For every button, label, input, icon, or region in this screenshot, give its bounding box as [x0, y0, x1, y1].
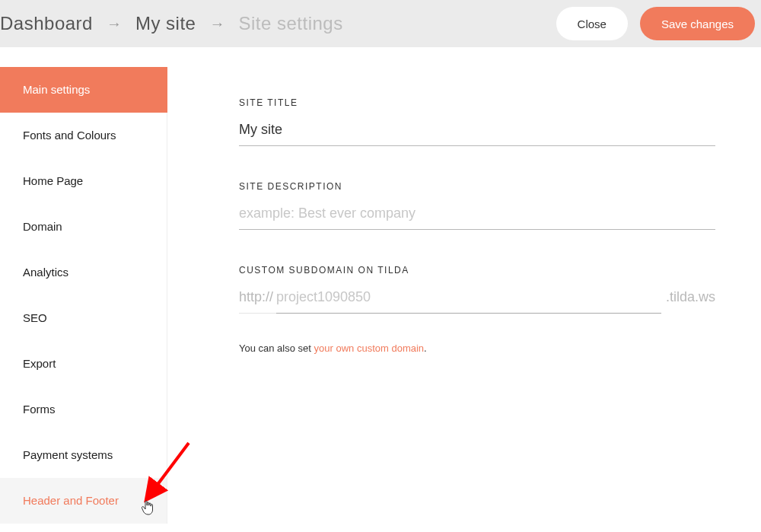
- sidebar-item-label: Export: [23, 357, 56, 370]
- save-changes-button[interactable]: Save changes: [640, 7, 755, 40]
- subdomain-input[interactable]: [276, 286, 661, 314]
- sidebar-item-seo[interactable]: SEO: [0, 295, 167, 341]
- sidebar-item-label: Header and Footer: [23, 494, 119, 507]
- top-bar: Dashboard → My site → Site settings Clos…: [0, 0, 761, 47]
- sidebar-item-main-settings[interactable]: Main settings: [0, 67, 167, 113]
- settings-content: SITE TITLE SITE DESCRIPTION CUSTOM SUBDO…: [167, 67, 761, 532]
- close-button[interactable]: Close: [556, 7, 628, 40]
- sidebar-item-forms[interactable]: Forms: [0, 387, 167, 432]
- sidebar-item-payment-systems[interactable]: Payment systems: [0, 432, 167, 478]
- sidebar-item-fonts-and-colours[interactable]: Fonts and Colours: [0, 113, 167, 158]
- sidebar-item-label: Home Page: [23, 174, 83, 187]
- field-subdomain: CUSTOM SUBDOMAIN ON TILDA http:// .tilda…: [239, 265, 715, 314]
- helper-lead: You can also set: [239, 342, 314, 354]
- sidebar-item-export[interactable]: Export: [0, 341, 167, 387]
- breadcrumb-site[interactable]: My site: [135, 13, 196, 34]
- sidebar-item-label: Analytics: [23, 266, 68, 279]
- sidebar-item-domain[interactable]: Domain: [0, 204, 167, 250]
- sidebar-item-home-page[interactable]: Home Page: [0, 158, 167, 204]
- settings-sidebar: Main settingsFonts and ColoursHome PageD…: [0, 67, 167, 524]
- site-title-label: SITE TITLE: [239, 97, 715, 108]
- breadcrumb: Dashboard → My site → Site settings: [0, 13, 343, 34]
- sidebar-item-label: Payment systems: [23, 448, 113, 461]
- helper-tail: .: [424, 342, 427, 354]
- custom-domain-helper: You can also set your own custom domain.: [239, 342, 715, 354]
- sidebar-item-label: Main settings: [23, 83, 90, 96]
- subdomain-prefix: http://: [239, 289, 276, 314]
- sidebar-item-header-and-footer[interactable]: Header and Footer: [0, 478, 167, 524]
- sidebar-item-label: SEO: [23, 311, 47, 324]
- top-bar-actions: Close Save changes: [556, 7, 761, 40]
- subdomain-label: CUSTOM SUBDOMAIN ON TILDA: [239, 265, 715, 276]
- field-site-title: SITE TITLE: [239, 97, 715, 146]
- breadcrumb-dashboard[interactable]: Dashboard: [0, 13, 93, 34]
- arrow-right-icon: →: [107, 15, 122, 33]
- sidebar-item-label: Forms: [23, 403, 56, 416]
- sidebar-item-analytics[interactable]: Analytics: [0, 250, 167, 295]
- site-title-input[interactable]: [239, 119, 715, 146]
- site-description-label: SITE DESCRIPTION: [239, 181, 715, 192]
- sidebar-item-label: Domain: [23, 220, 62, 233]
- sidebar-item-label: Fonts and Colours: [23, 129, 116, 142]
- subdomain-suffix: .tilda.ws: [661, 289, 715, 313]
- site-description-input[interactable]: [239, 202, 715, 230]
- field-site-description: SITE DESCRIPTION: [239, 181, 715, 230]
- custom-domain-link[interactable]: your own custom domain: [314, 342, 425, 354]
- breadcrumb-current: Site settings: [238, 13, 342, 34]
- subdomain-row: http:// .tilda.ws: [239, 286, 715, 314]
- arrow-right-icon: →: [209, 15, 224, 33]
